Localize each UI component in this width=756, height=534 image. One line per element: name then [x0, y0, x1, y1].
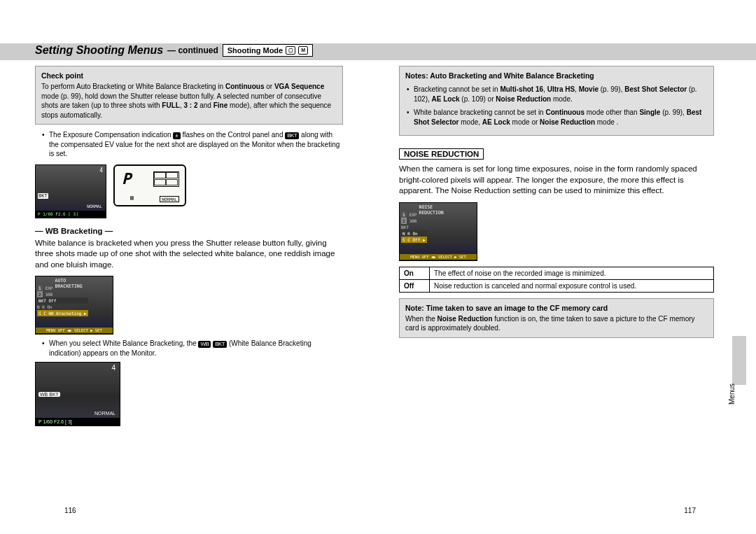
table-row: On The effect of noise on the recorded i…	[400, 267, 714, 279]
auto-bracketing-menu: AUTO BRACKETING 1EXP 2300 BKT Off N R On…	[35, 276, 113, 335]
wb-icon: WB	[198, 341, 211, 348]
ev-icon: ±	[173, 132, 180, 139]
noise-reduction-section: NOISE REDUCTION	[399, 147, 714, 162]
opt-on-desc: The effect of noise on the recorded imag…	[430, 267, 714, 279]
header-spacer	[399, 42, 714, 59]
monitor-preview-1: 4 BKT NORMAL P 1/60 F2.6 [ 3]	[35, 164, 106, 218]
wb-bracketing-title: — WB Bracketing —	[35, 227, 343, 235]
monitor-preview-2: 4 WB BKT NORMAL P 1/60 F2.6 [ 3]	[35, 362, 120, 426]
monitor2-statusbar: P 1/60 F2.6 [ 3]	[36, 418, 120, 426]
page-number-left: 116	[64, 507, 76, 514]
noise-reduction-menu: NOISE REDUCTION 1EXP 2300 BKT N R On S C…	[399, 202, 477, 261]
left-page: Setting Shooting Menus — continued Shoot…	[0, 0, 378, 534]
header-continued: — continued	[167, 45, 218, 55]
bkt-badge: BKT	[38, 193, 48, 199]
opt-on-label: On	[400, 267, 430, 279]
page-spread: Setting Shooting Menus — continued Shoot…	[0, 0, 756, 534]
menu-footer: MENU OFF ◀▶ SELECT ▶ SET	[36, 328, 113, 333]
m-mode-icon: M	[298, 46, 308, 55]
monitor2-count: 4	[111, 364, 115, 372]
checkpoint-body: To perform Auto Bracketing or White Bala…	[41, 82, 337, 120]
checkpoint-box: Check point To perform Auto Bracketing o…	[35, 66, 343, 125]
wb-bracketing-body: White balance is bracketed when you pres…	[35, 238, 343, 271]
notes-bullet-2: White balance bracketing cannot be set i…	[405, 108, 708, 127]
page-header: Setting Shooting Menus — continued Shoot…	[35, 42, 343, 59]
notes-title: Notes: Auto Bracketing and White Balance…	[405, 71, 708, 80]
noise-reduction-table: On The effect of noise on the recorded i…	[399, 267, 714, 293]
shooting-mode-box: Shooting Mode ▢ M	[223, 44, 313, 57]
lcd-mode-p: P	[122, 170, 131, 188]
wb-bkt-badge: WB BKT	[38, 392, 60, 397]
lcd-af-boxes-icon	[153, 171, 179, 187]
noise-reduction-title: NOISE REDUCTION	[399, 148, 484, 160]
checkpoint-title: Check point	[41, 71, 337, 80]
camera-icon: ▢	[286, 46, 295, 55]
opt-off-label: Off	[400, 279, 430, 292]
monitor2-normal: NORMAL	[94, 411, 115, 416]
cf-note-body: When the Noise Reduction function is on,…	[405, 314, 708, 333]
nr-menu-footer: MENU OFF ◀▶ SELECT ▶ SET	[400, 254, 477, 260]
monitor-count: 4	[99, 167, 103, 174]
menu-rows: 1EXP 2300 BKT Off N R On S C WB Bracketi…	[37, 285, 88, 316]
wb-select-note: When you select White Balance Bracketing…	[35, 339, 343, 358]
right-page: Notes: Auto Bracketing and White Balance…	[378, 0, 756, 534]
header-title: Setting Shooting Menus	[35, 44, 163, 57]
monitor-statusbar: P 1/60 F2.6 [ 3]	[36, 211, 106, 217]
lcd-ev-flash-icon: ▨	[130, 195, 134, 201]
bkt-icon-2: BKT	[213, 341, 227, 348]
lcd-normal-badge: NORMAL	[160, 196, 179, 202]
notes-box: Notes: Auto Bracketing and White Balance…	[399, 66, 714, 136]
side-tab-label: Menus	[728, 384, 736, 405]
monitor-normal: NORMAL	[87, 204, 102, 209]
noise-reduction-body: When the camera is set for long time exp…	[399, 164, 714, 197]
table-row: Off Noise reduction is canceled and norm…	[400, 279, 714, 292]
display-preview-row: 4 BKT NORMAL P 1/60 F2.6 [ 3] P ▨ NORMAL	[35, 164, 343, 218]
side-tab	[732, 336, 746, 385]
control-panel-preview: P ▨ NORMAL	[113, 164, 186, 206]
cf-note-box: Note: Time taken to save an image to the…	[399, 298, 714, 338]
bkt-icon: BKT	[285, 132, 299, 139]
page-number-right: 117	[684, 507, 696, 514]
notes-bullet-1: Bracketing cannot be set in Multi-shot 1…	[405, 85, 708, 104]
opt-off-desc: Noise reduction is canceled and normal e…	[430, 279, 714, 292]
exposure-note: The Exposure Compensation indication ± f…	[35, 130, 343, 159]
cf-note-title: Note: Time taken to save an image to the…	[405, 303, 708, 313]
nr-menu-rows: 1EXP 2300 BKT N R On S C Off ▶	[401, 211, 427, 243]
shooting-mode-label: Shooting Mode	[227, 46, 283, 55]
